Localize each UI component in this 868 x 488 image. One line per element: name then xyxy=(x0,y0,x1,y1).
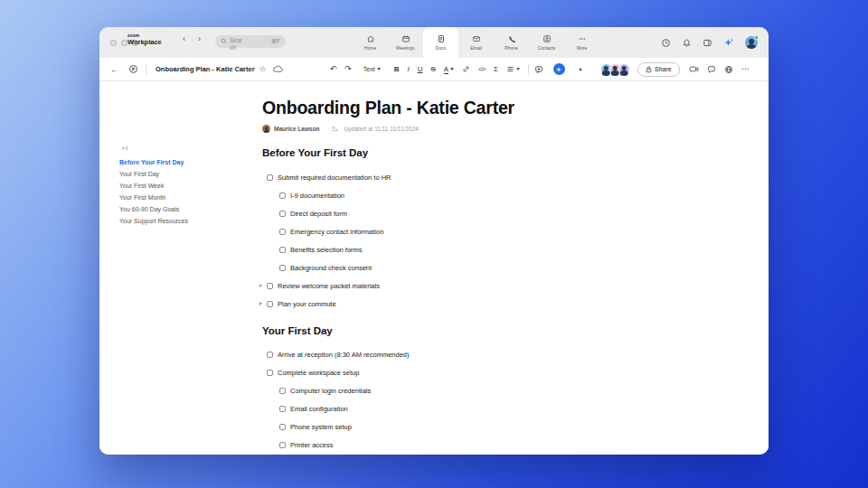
collaborator-avatars[interactable] xyxy=(603,63,630,75)
minimize-window-button[interactable] xyxy=(121,40,127,46)
checklist-label: Computer login credentials xyxy=(290,387,371,395)
checkbox[interactable] xyxy=(279,265,286,271)
checkbox[interactable] xyxy=(279,424,286,430)
disclosure-triangle-icon[interactable] xyxy=(259,302,262,305)
phone-icon xyxy=(507,34,516,43)
chevron-down-icon xyxy=(377,68,381,70)
checkbox[interactable] xyxy=(267,301,273,307)
tab-docs[interactable]: Docs xyxy=(423,27,458,58)
formula-button[interactable]: Σ xyxy=(494,65,498,73)
user-avatar[interactable] xyxy=(745,36,758,49)
checkbox[interactable] xyxy=(279,192,286,199)
checklist-item: Arrive at reception (8:30 AM recommended… xyxy=(262,345,678,363)
tab-contacts[interactable]: Contacts xyxy=(529,27,564,58)
checklist-label: I-9 documentation xyxy=(290,192,344,200)
sidebar-toggle-icon[interactable] xyxy=(703,38,712,48)
outline-item-your-first-month[interactable]: Your First Month xyxy=(119,192,255,203)
checklist-item: Background check consent xyxy=(262,258,678,277)
collaborator-avatar-3 xyxy=(618,63,630,75)
text-style-dropdown[interactable]: Text xyxy=(363,66,381,72)
notifications-bell-icon[interactable] xyxy=(682,38,692,48)
underline-button[interactable]: U xyxy=(418,65,423,73)
globe-icon[interactable] xyxy=(724,65,733,74)
close-window-button[interactable] xyxy=(110,40,117,46)
checklist-label: Submit required documentation to HR xyxy=(278,174,391,182)
checklist-item: I-9 documentation xyxy=(262,186,678,204)
status-online-dot xyxy=(754,35,759,40)
bold-button[interactable]: B xyxy=(394,65,400,73)
checkbox[interactable] xyxy=(279,406,286,412)
zoom-workplace-logo: zoom Workplace xyxy=(127,33,162,46)
checklist-label: Arrive at reception (8:30 AM recommended… xyxy=(278,351,409,359)
ai-companion-button[interactable] xyxy=(553,63,565,75)
page-title: Onboarding Plan - Katie Carter xyxy=(262,98,678,118)
nav-back-icon[interactable]: ‹ xyxy=(183,35,185,43)
search-shortcut: ⌘F xyxy=(271,37,280,45)
contacts-icon xyxy=(542,34,552,43)
checkbox[interactable] xyxy=(267,283,273,289)
nav-forward-icon[interactable]: › xyxy=(198,35,201,43)
search-icon xyxy=(221,38,227,44)
more-dots-icon xyxy=(578,34,587,43)
outline-item-your-first-week[interactable]: Your First Week xyxy=(119,180,255,192)
outline-item-support-resources[interactable]: Your Support Resources xyxy=(119,215,255,227)
checkbox[interactable] xyxy=(279,211,286,217)
checkbox[interactable] xyxy=(267,370,273,376)
zoom-workplace-window: zoom Workplace ‹ › Search ⌘F Home Meetin… xyxy=(99,27,769,455)
checkbox[interactable] xyxy=(267,352,273,358)
tab-meetings[interactable]: Meetings xyxy=(388,27,423,58)
checklist-label: Plan your commute xyxy=(278,300,336,308)
tab-email[interactable]: Email xyxy=(458,27,494,58)
list-icon xyxy=(506,65,514,73)
disclosure-triangle-icon[interactable] xyxy=(259,284,262,287)
video-call-icon[interactable] xyxy=(689,65,699,73)
outline-item-before-your-first-day[interactable]: Before Your First Day xyxy=(119,156,255,168)
share-button[interactable]: Share xyxy=(637,62,680,77)
chat-icon[interactable] xyxy=(707,65,716,74)
search-input[interactable]: Search ⌘F xyxy=(215,35,286,48)
checklist-label: Emergency contact information xyxy=(290,228,383,236)
checklist-label: Complete workspace setup xyxy=(278,369,359,377)
section-heading-before-first-day: Before Your First Day xyxy=(262,147,678,158)
chevron-down-icon xyxy=(450,68,454,70)
undo-icon[interactable]: ↶ xyxy=(330,65,337,73)
link-icon[interactable] xyxy=(462,65,470,73)
clock-history-icon[interactable] xyxy=(661,38,671,48)
checkbox[interactable] xyxy=(279,442,286,448)
more-options-icon[interactable]: ⋯ xyxy=(741,65,750,73)
ai-sparkle-icon[interactable] xyxy=(723,37,734,48)
tab-phone[interactable]: Phone xyxy=(494,27,529,58)
favorite-star-icon[interactable]: ☆ xyxy=(259,65,267,73)
back-button[interactable]: ← xyxy=(110,65,119,74)
checkbox[interactable] xyxy=(279,247,286,253)
outline-item-your-first-day[interactable]: Your First Day xyxy=(119,168,255,180)
doc-workspace-icon[interactable] xyxy=(128,64,138,74)
checklist-item: Complete workspace setup xyxy=(262,363,678,381)
checklist-label: Direct deposit form xyxy=(290,210,347,218)
document-content-area: Before Your First Day Your First Day You… xyxy=(99,81,769,455)
edited-by-icon xyxy=(331,126,338,133)
italic-button[interactable]: I xyxy=(407,65,409,73)
comment-icon[interactable] xyxy=(534,65,543,74)
tab-more[interactable]: More xyxy=(564,27,599,58)
collapse-outline-icon[interactable] xyxy=(121,145,255,152)
tab-home[interactable]: Home xyxy=(353,27,388,58)
text-color-dropdown[interactable]: A xyxy=(444,65,454,74)
outline-item-60-90-day-goals[interactable]: You 60-90 Day Goals xyxy=(119,203,255,215)
redo-icon[interactable]: ↷ xyxy=(344,65,352,73)
search-placeholder: Search xyxy=(230,37,242,52)
calendar-icon xyxy=(401,34,410,43)
list-dropdown[interactable] xyxy=(506,65,520,73)
home-icon xyxy=(366,34,375,43)
collapse-toolbar-chevron-icon[interactable] xyxy=(579,68,582,70)
strikethrough-button[interactable]: S xyxy=(430,65,435,73)
document-title: Onboarding Plan - Katie Carter xyxy=(156,65,255,73)
lock-icon xyxy=(646,66,652,73)
code-button[interactable]: </> xyxy=(478,66,486,72)
checklist-label: Email configuration xyxy=(290,405,348,413)
checklist-item: Computer login credentials xyxy=(262,381,678,399)
checkbox[interactable] xyxy=(267,174,273,181)
checkbox[interactable] xyxy=(279,388,286,394)
checkbox[interactable] xyxy=(279,229,286,235)
checklist-item: Emergency contact information xyxy=(262,222,678,240)
